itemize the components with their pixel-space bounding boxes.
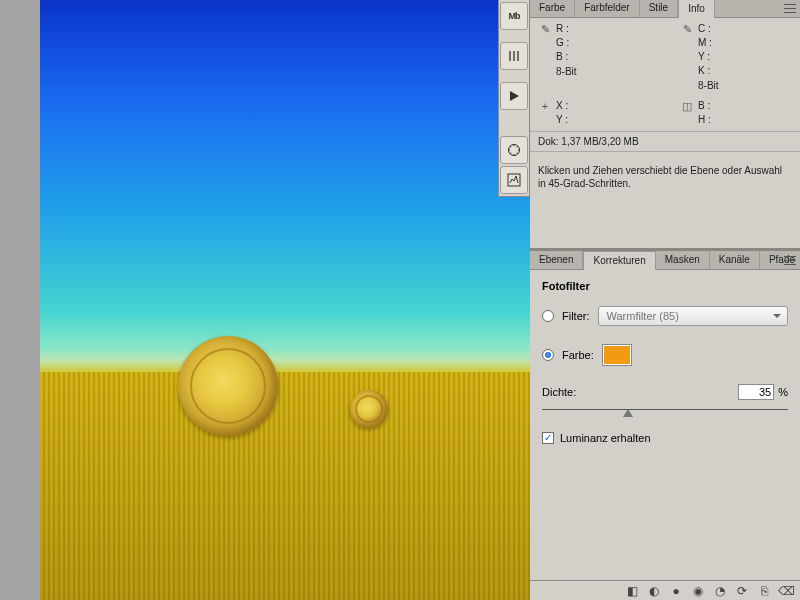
info-cmyk-bitdepth: 8-Bit [680,80,792,91]
tab-ebenen[interactable]: Ebenen [530,251,583,269]
workspace-background [0,0,530,600]
info-r-label: R : [556,22,569,36]
tab-masken[interactable]: Masken [656,251,710,269]
korrekturen-tab-row: Ebenen Korrekturen Masken Kanäle Pfade [530,252,800,270]
tab-korrekturen[interactable]: Korrekturen [583,251,655,270]
tab-info[interactable]: Info [678,0,715,18]
info-b-label: B : [556,50,568,64]
clip-icon[interactable]: ● [666,584,686,598]
dichte-label: Dichte: [542,386,738,398]
image-haybale-small [350,390,388,428]
info-doc-value: 1,37 MB/3,20 MB [561,136,638,147]
info-g-label: G : [556,36,569,50]
eyedropper-icon: ✎ [680,22,694,36]
info-c-label: C : [698,22,711,36]
fotofilter-title: Fotofilter [542,280,788,292]
reset-icon[interactable]: ⟳ [732,584,752,598]
info-xy-block: + X : Y : [538,99,650,127]
farbe-swatch[interactable] [602,344,632,366]
brush-panel-icon[interactable] [500,42,528,70]
tab-farbfelder[interactable]: Farbfelder [575,0,640,17]
farbe-label: Farbe: [562,349,594,361]
tab-stile[interactable]: Stile [640,0,678,17]
info-hint-text: Klicken und Ziehen verschiebt die Ebene … [538,164,792,190]
info-y-label: Y : [698,50,710,64]
info-m-label: M : [698,36,712,50]
filter-select-value: Warmfilter (85) [607,310,679,322]
tab-farbe[interactable]: Farbe [530,0,575,17]
info-docsize: Dok: 1,37 MB/3,20 MB [538,136,792,147]
mb-button[interactable]: Mb [500,2,528,30]
visibility-icon[interactable]: ◉ [688,584,708,598]
farbe-radio[interactable] [542,349,554,361]
right-panel-column: Farbe Farbfelder Stile Info ✎ R : G : B … [530,0,800,600]
info-bh-block: ◫ B : H : [680,99,792,127]
info-panel-menu-icon[interactable] [782,2,798,14]
dichte-slider-thumb[interactable] [623,404,633,417]
info-tab-row: Farbe Farbfelder Stile Info [530,0,800,18]
info-cmyk-block: ✎ C : M : Y : K : 8-Bit [680,22,792,99]
vertical-toolstrip: Mb [498,0,530,197]
info-doc-label: Dok: [538,136,559,147]
info-panel: ✎ R : G : B : 8-Bit ✎ C : M : Y : K : 8-… [530,18,800,248]
dichte-unit: % [778,386,788,398]
image-haybale-large [178,336,278,436]
previous-icon[interactable]: ◔ [710,584,730,598]
crosshair-icon: + [538,99,552,113]
dichte-input[interactable] [738,384,774,400]
histogram-icon[interactable] [500,166,528,194]
marquee-icon: ◫ [680,99,694,113]
tab-kanaele[interactable]: Kanäle [710,251,760,269]
mask-mode-icon[interactable]: ◧ [622,584,642,598]
eyedropper-icon: ✎ [538,22,552,36]
info-hoehe-label: H : [698,113,711,127]
korrekturen-panel-menu-icon[interactable] [782,254,798,266]
korrekturen-panel: Fotofilter Filter: Warmfilter (85) Farbe… [530,270,800,600]
info-rgb-block: ✎ R : G : B : 8-Bit [538,22,650,99]
new-icon[interactable]: ⎘ [754,584,774,598]
dichte-slider[interactable] [542,404,788,416]
image-field [40,372,530,600]
adjust-icon[interactable]: ◐ [644,584,664,598]
document-canvas[interactable] [40,0,530,600]
info-x-label: X : [556,99,568,113]
luminanz-label: Luminanz erhalten [560,432,651,444]
info-k-label: K : [698,64,710,78]
trash-icon[interactable]: ⌫ [776,584,796,598]
filter-select[interactable]: Warmfilter (85) [598,306,789,326]
info-y-label: Y : [556,113,568,127]
info-breite-label: B : [698,99,710,113]
play-icon[interactable] [500,82,528,110]
korrekturen-bottom-bar: ◧ ◐ ● ◉ ◔ ⟳ ⎘ ⌫ [530,580,800,600]
compass-icon[interactable] [500,136,528,164]
info-rgb-bitdepth: 8-Bit [538,66,650,77]
filter-label: Filter: [562,310,590,322]
filter-radio[interactable] [542,310,554,322]
luminanz-checkbox[interactable] [542,432,554,444]
